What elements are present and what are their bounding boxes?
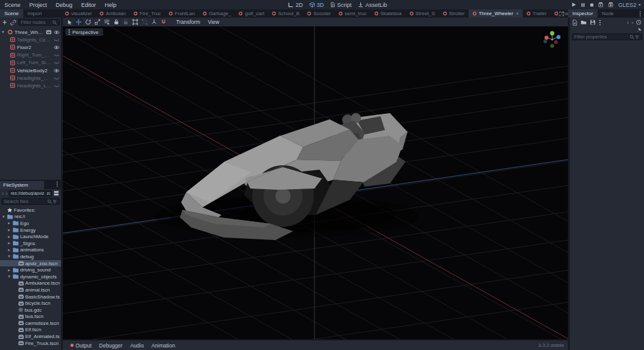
split-view-icon[interactable] — [53, 190, 60, 196]
snap-icon[interactable] — [159, 18, 168, 26]
stop-icon[interactable] — [589, 2, 594, 8]
arr-right-icon[interactable]: ▸ — [7, 268, 11, 273]
scene-node-row[interactable]: ▾ VehicleBody2 — [0, 67, 61, 74]
add-node-button[interactable] — [1, 19, 8, 25]
unlock-icon[interactable] — [121, 18, 130, 26]
file-item[interactable]: bicycle.tscn — [0, 300, 61, 307]
close-icon[interactable]: × — [516, 11, 519, 16]
bottom-panel-tab[interactable]: Audio — [126, 342, 148, 349]
file-item[interactable]: Favorites: — [0, 207, 61, 214]
save-icon[interactable] — [590, 19, 596, 26]
menu-item[interactable]: Project — [25, 2, 52, 8]
dock-options-icon[interactable] — [636, 11, 644, 17]
view-menu-button[interactable]: Perspective — [65, 28, 103, 36]
eye-closed-icon[interactable] — [53, 60, 60, 65]
file-item[interactable]: ▸ Energy — [0, 227, 61, 234]
scene-tab[interactable]: Scooter — [303, 9, 335, 18]
play-icon[interactable] — [571, 2, 577, 8]
group-icon[interactable] — [131, 18, 140, 26]
nav-forward-icon[interactable]: › — [5, 190, 8, 197]
scene-tab[interactable]: Garbage_ — [199, 9, 235, 18]
select-icon[interactable] — [65, 18, 74, 26]
inspector-tab[interactable]: Inspector — [568, 9, 597, 18]
menu-item[interactable]: Debug — [52, 2, 77, 8]
menu-item[interactable]: Help — [101, 2, 121, 8]
scene-tab[interactable]: Stroller — [439, 9, 469, 18]
scene-node-row[interactable]: ▾ Right_Turn_Signal2 — [0, 52, 61, 59]
renderer-select[interactable]: GLES2 — [618, 2, 641, 8]
file-item[interactable]: apviz_zoo.tscn — [0, 260, 61, 267]
eye-closed-icon[interactable] — [53, 38, 60, 42]
scale-icon[interactable] — [93, 18, 102, 26]
search-files-input[interactable] — [4, 199, 47, 204]
file-item[interactable]: Elf.tscn — [0, 327, 61, 334]
dock-tab[interactable]: Scene — [0, 9, 23, 18]
sort-icon[interactable] — [52, 199, 57, 204]
expand-arrow-icon[interactable]: ▾ — [2, 30, 6, 35]
inspector-tab[interactable]: Node — [597, 9, 618, 18]
file-item[interactable]: Fire_Truck.tscn — [0, 340, 61, 347]
scene-node-row[interactable]: ▾ Taillights_Center2 — [0, 36, 61, 43]
bottom-panel-tab[interactable]: Animation — [148, 342, 179, 349]
editor-mode-button[interactable]: 2D — [288, 2, 303, 8]
ungroup-icon[interactable] — [140, 18, 149, 26]
arr-right-icon[interactable]: ▸ — [7, 221, 11, 226]
scene-tab[interactable]: Trailer — [523, 9, 550, 18]
scene-tab[interactable]: School_B — [268, 9, 303, 18]
scene-tab[interactable]: visualizer — [61, 9, 96, 18]
eye-open-icon[interactable] — [53, 45, 60, 50]
lock-icon[interactable] — [112, 18, 121, 26]
history-icon[interactable] — [636, 19, 641, 25]
file-item[interactable]: ▸ animations — [0, 247, 61, 254]
dock-tab[interactable]: Import — [23, 9, 47, 18]
new-resource-icon[interactable] — [572, 19, 577, 26]
file-item[interactable]: ▸ driving_sound — [0, 266, 61, 273]
viewport-3d[interactable]: Perspective — [63, 26, 568, 339]
pin-icon[interactable] — [637, 28, 641, 32]
filter-properties-input[interactable] — [574, 34, 630, 40]
instance-scene-icon[interactable] — [9, 19, 17, 26]
scene-tab[interactable]: FrontLan — [165, 9, 199, 18]
scene-tab[interactable]: golf_cart — [235, 9, 268, 18]
file-item[interactable]: Ambulance.tscn — [0, 280, 61, 287]
arr-right-icon[interactable]: ▸ — [7, 234, 11, 239]
rotate-icon[interactable] — [84, 18, 92, 26]
scene-node-row[interactable]: ▾ Floor2 — [0, 43, 61, 51]
axis-gizmo[interactable] — [543, 30, 562, 49]
scene-node-row[interactable]: ▾ Left_Turn_Signal2 — [0, 59, 61, 67]
scene-tab[interactable]: Street_S — [406, 9, 439, 18]
file-item[interactable]: ▾ debug — [0, 253, 61, 260]
hist-back-icon[interactable]: ‹ — [627, 19, 629, 26]
editor-mode-button[interactable]: Script — [330, 2, 352, 8]
expand-all-icon[interactable] — [635, 35, 640, 40]
menu-item[interactable]: Scene — [0, 2, 25, 8]
scene-node-row[interactable]: ▾ Headlights_Left2 — [0, 82, 61, 89]
filesystem-title[interactable]: FileSystem — [0, 181, 44, 189]
scene-tab[interactable]: Skateboa — [370, 9, 406, 18]
scene-node-row[interactable]: ▾ Headlights_Right2 — [0, 74, 61, 82]
file-item[interactable]: bus.tscn — [0, 314, 61, 320]
arr-down-icon[interactable]: ▾ — [7, 254, 11, 259]
eye-open-icon[interactable] — [53, 30, 60, 35]
pause-icon[interactable] — [580, 2, 586, 8]
scene-tab[interactable]: Fire_Truc — [130, 9, 165, 18]
hist-fwd-icon[interactable]: › — [631, 19, 633, 26]
arr-right-icon[interactable]: ▸ — [7, 227, 11, 232]
eye-closed-icon[interactable] — [53, 53, 60, 57]
scene-clapper-icon[interactable] — [46, 30, 52, 35]
toolbar-menu[interactable]: Transform — [172, 19, 204, 25]
play-custom-icon[interactable] — [608, 2, 614, 8]
bottom-panel-tab[interactable]: Output — [67, 342, 96, 349]
arr-right-icon[interactable]: ▸ — [7, 248, 11, 253]
file-item[interactable]: animal.tscn — [0, 287, 61, 293]
scene-tab[interactable]: semi_truc — [335, 9, 370, 18]
move-icon[interactable] — [74, 18, 83, 26]
arr-down-icon[interactable]: ▾ — [1, 214, 6, 219]
list-select-icon[interactable] — [103, 18, 111, 26]
current-path[interactable] — [9, 190, 52, 197]
scene-tab[interactable]: Three_Wheeler × — [469, 9, 523, 18]
file-item[interactable]: ▾ dynamic_objects — [0, 273, 61, 280]
editor-mode-button[interactable]: 3D — [309, 2, 325, 8]
file-item[interactable]: ▾ res:// — [0, 214, 61, 221]
arr-right-icon[interactable]: ▸ — [7, 241, 11, 246]
